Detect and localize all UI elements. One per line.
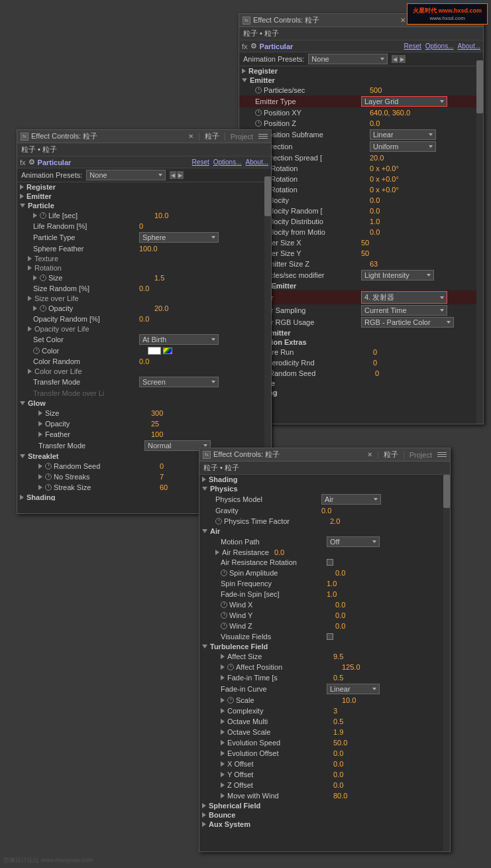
emit-size-z-value[interactable]: 63: [370, 260, 378, 268]
no-streaks-sw[interactable]: [45, 473, 52, 480]
panel1-nav-prev[interactable]: ◀: [392, 55, 398, 63]
set-color-dropdown[interactable]: At Birth: [139, 334, 219, 345]
panel2-tab2[interactable]: Project: [231, 133, 253, 141]
panel1-emitter-group[interactable]: Emitter: [239, 76, 483, 85]
opacity-rand-value[interactable]: 0.0: [139, 315, 149, 323]
panel1-close-icon[interactable]: ✕: [400, 17, 406, 24]
air-resist-value[interactable]: 0.0: [274, 548, 284, 556]
fadein-spin-value[interactable]: 1.0: [327, 590, 337, 598]
perodicity-value[interactable]: 0: [373, 359, 377, 367]
size-value[interactable]: 1.5: [154, 274, 164, 282]
spin-freq-value[interactable]: 1.0: [327, 580, 337, 588]
panel1-scrollbar-thumb[interactable]: [476, 60, 483, 113]
streak-seed-value[interactable]: 0: [160, 462, 164, 470]
wind-y-value[interactable]: 0.0: [335, 611, 345, 619]
size-over-life-group[interactable]: Size over Life: [17, 294, 271, 303]
wind-x-value[interactable]: 0.0: [335, 601, 345, 609]
panel2-anim-dropdown[interactable]: None: [86, 170, 166, 180]
panel3-scrollbar-thumb[interactable]: [443, 475, 450, 508]
panel1-scrollbar[interactable]: [476, 60, 483, 424]
particles-mod-dropdown[interactable]: Light Intensity: [361, 270, 434, 280]
panel2-scrollbar-thumb[interactable]: [264, 176, 271, 216]
air-resist-rot-checkbox[interactable]: [327, 559, 333, 566]
oct-multi-value[interactable]: 0.5: [333, 717, 343, 725]
panel2-emitter-group[interactable]: Emitter: [17, 192, 271, 201]
gravity-value[interactable]: 0.0: [321, 507, 331, 515]
layer-dropdown[interactable]: 4. 发射器: [361, 291, 447, 304]
panel3-tab1[interactable]: 粒子: [384, 450, 398, 460]
z-rot-value[interactable]: 0 x +0.0°: [370, 186, 399, 194]
no-streaks-value[interactable]: 7: [160, 473, 164, 481]
aux-system-group[interactable]: Aux System: [199, 820, 450, 829]
streak-size-value[interactable]: 60: [160, 483, 168, 491]
prerun-value[interactable]: 0: [373, 348, 377, 356]
streak-size-sw[interactable]: [45, 484, 52, 491]
y-offset-value[interactable]: 0.0: [333, 771, 343, 778]
evol-speed-value[interactable]: 50.0: [333, 739, 347, 747]
motion-path-dropdown[interactable]: Off: [327, 536, 380, 547]
size-rand-value[interactable]: 0.0: [139, 284, 149, 292]
vel-value[interactable]: 0.0: [370, 196, 380, 204]
color-over-life-group[interactable]: Color over Life: [17, 367, 271, 376]
affect-pos-sw[interactable]: [227, 664, 234, 670]
wind-x-sw[interactable]: [221, 601, 227, 608]
life-sec-value[interactable]: 10.0: [154, 212, 168, 219]
size-stopwatch[interactable]: [40, 275, 46, 281]
evol-offset-value[interactable]: 0.0: [333, 749, 343, 757]
ptf-value[interactable]: 2.0: [330, 517, 340, 525]
panel2-options-link[interactable]: Options...: [213, 158, 242, 166]
emission-extras-group[interactable]: Emission Extras: [239, 338, 483, 347]
panel3-scrollbar[interactable]: [443, 475, 450, 851]
grid-emitter-group[interactable]: Grid Emitter: [239, 328, 483, 338]
oct-scale-value[interactable]: 1.9: [333, 728, 343, 736]
emit-size-x-value[interactable]: 50: [361, 239, 369, 247]
particles-sec-value[interactable]: 500: [370, 86, 382, 94]
bounce-group[interactable]: Bounce: [199, 810, 450, 820]
texture-group[interactable]: Texture: [17, 254, 271, 263]
layer-sampling-dropdown[interactable]: Current Time: [361, 305, 447, 316]
opacity-over-life-group[interactable]: Opacity over Life: [17, 324, 271, 334]
panel2-close-icon[interactable]: ✕: [188, 133, 193, 140]
vel-dist-value[interactable]: 1.0: [370, 217, 380, 225]
emit-size-y-value[interactable]: 50: [361, 249, 369, 257]
pos-sf-dropdown[interactable]: Linear: [370, 129, 436, 140]
air-resistance-group[interactable]: Air Resistance 0.0: [199, 548, 450, 557]
spin-amp-sw[interactable]: [221, 570, 227, 576]
sphere-feather-value[interactable]: 100.0: [139, 245, 158, 253]
transfer-mode-dropdown[interactable]: Screen: [139, 377, 219, 387]
color-swatch[interactable]: [148, 347, 161, 355]
particle-group-p1[interactable]: Particle: [239, 379, 483, 388]
fadein-time-value[interactable]: 0.5: [333, 674, 343, 682]
vel-mot-value[interactable]: 0.0: [370, 228, 380, 236]
panel2-reset-link[interactable]: Reset: [192, 158, 209, 166]
panel3-shading-group[interactable]: Shading: [199, 475, 450, 484]
life-stopwatch[interactable]: [40, 212, 46, 219]
wind-z-sw[interactable]: [221, 623, 227, 629]
affect-size-value[interactable]: 9.5: [333, 652, 343, 660]
panel1-options-link[interactable]: Options...: [425, 42, 454, 50]
glow-opacity-value[interactable]: 25: [151, 420, 159, 428]
opacity-stopwatch[interactable]: [40, 305, 46, 312]
fadein-curve-dropdown[interactable]: Linear: [327, 684, 380, 694]
panel2-nav-prev[interactable]: ◀: [170, 171, 176, 179]
wind-z-value[interactable]: 0.0: [335, 622, 345, 630]
emitter-type-dropdown[interactable]: Layer Grid: [361, 96, 447, 107]
panel3-tab2[interactable]: Project: [409, 451, 432, 459]
panel1-reset-link[interactable]: Reset: [404, 42, 421, 50]
glow-feather-value[interactable]: 100: [151, 430, 163, 438]
panel2-tab1[interactable]: 粒子: [205, 131, 219, 141]
x-rot-value[interactable]: 0 x +0.0°: [370, 164, 399, 172]
vel-rand-value[interactable]: 0.0: [370, 207, 380, 215]
particle-type-dropdown[interactable]: Sphere: [139, 232, 219, 243]
color-rand-value[interactable]: 0.0: [139, 357, 149, 365]
scale-value[interactable]: 10.0: [342, 696, 356, 704]
rand-seed-value[interactable]: 0: [375, 369, 379, 377]
rotation-group[interactable]: Rotation: [17, 263, 271, 273]
pos-xy-stopwatch[interactable]: [255, 109, 262, 116]
dir-spread-value[interactable]: 20.0: [370, 154, 384, 162]
layer-emitter-group[interactable]: Layer Emitter: [239, 281, 483, 290]
panel2-nav-next[interactable]: ▶: [177, 171, 184, 179]
panel2-register-group[interactable]: Register: [17, 182, 271, 192]
streak-seed-sw[interactable]: [45, 463, 52, 469]
particles-sec-stopwatch[interactable]: [255, 87, 262, 93]
